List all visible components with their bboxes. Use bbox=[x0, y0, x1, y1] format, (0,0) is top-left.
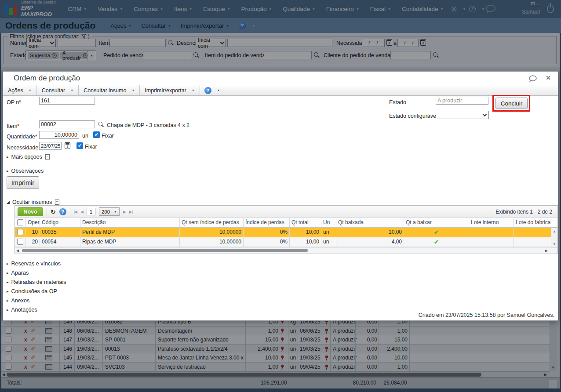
grid-vertical-scrollbar[interactable] bbox=[551, 228, 557, 247]
col-lote-interno[interactable]: Lote interno bbox=[469, 218, 514, 227]
next-page-icon[interactable]: ▶ bbox=[123, 210, 126, 214]
necessidade-label: Necessidade* bbox=[7, 145, 40, 151]
close-icon[interactable]: ✕ bbox=[546, 74, 551, 81]
section-conclusoes[interactable]: Conclusões da OP bbox=[7, 288, 66, 294]
chevron-down-icon bbox=[192, 89, 195, 92]
dialog-menu-acoes[interactable]: Ações bbox=[3, 85, 37, 95]
help-icon[interactable]: ? bbox=[59, 208, 66, 215]
col-un[interactable]: Un bbox=[321, 218, 336, 227]
collapsed-arrow-icon bbox=[7, 280, 9, 284]
cell-lote-interno bbox=[469, 228, 514, 237]
quantidade-input[interactable] bbox=[39, 131, 79, 139]
estado-configuravel-label: Estado configurável bbox=[389, 113, 437, 119]
grid-horizontal-scrollbar[interactable] bbox=[15, 247, 557, 254]
section-retiradas[interactable]: Retiradas de materiais bbox=[7, 279, 66, 285]
first-page-icon[interactable]: |◀ bbox=[74, 210, 77, 214]
cell-qt-baixada: 10,00 bbox=[336, 228, 404, 237]
estado-configuravel-select[interactable] bbox=[436, 111, 489, 119]
collapsed-arrow-icon bbox=[7, 308, 9, 312]
chevron-down-icon bbox=[483, 112, 487, 116]
collapsed-arrow-icon bbox=[7, 271, 9, 275]
insumos-grid: Novo ? |◀ ◀ 200 ▶ ▶| Exibindo itens 1 - … bbox=[15, 205, 558, 254]
cell-oper: 10 bbox=[26, 228, 40, 237]
refresh-icon[interactable] bbox=[51, 208, 56, 215]
item-code-input[interactable] bbox=[39, 120, 95, 128]
section-anexos[interactable]: Anexos bbox=[7, 298, 66, 304]
col-qt-sem-indice[interactable]: Qt sem índice de perdas bbox=[179, 218, 243, 227]
cell-un: un bbox=[321, 228, 336, 237]
prev-page-icon[interactable]: ◀ bbox=[80, 210, 83, 214]
observacoes-toggle[interactable]: Observações bbox=[7, 168, 44, 174]
insumos-header-row: Oper Código Descrição Qt sem índice de p… bbox=[15, 218, 557, 228]
scroll-up-icon bbox=[553, 229, 556, 233]
mais-opcoes-toggle[interactable]: Mais opções bbox=[7, 154, 50, 160]
dialog-menu-imprimir[interactable]: Imprimir/exportar bbox=[140, 85, 200, 95]
check-icon: ✔ bbox=[404, 237, 469, 247]
imprimir-button[interactable]: Imprimir bbox=[7, 176, 39, 189]
fixar-necessidade-checkbox[interactable] bbox=[76, 142, 83, 149]
row-checkbox[interactable] bbox=[17, 229, 23, 235]
fixar-quantidade-checkbox[interactable] bbox=[93, 131, 100, 138]
cell-codigo: 00035 bbox=[40, 228, 80, 237]
collapsed-arrow-icon bbox=[7, 169, 9, 173]
calendar-icon[interactable] bbox=[65, 142, 70, 149]
cell-qt-total: 10,00 bbox=[289, 237, 321, 247]
item-label: Item* bbox=[7, 123, 19, 129]
col-qt-a-baixar[interactable]: Qt a baixar bbox=[404, 218, 469, 227]
col-qt-baixada[interactable]: Qt baixada bbox=[336, 218, 404, 227]
chevron-down-icon bbox=[131, 89, 135, 92]
select-all-checkbox[interactable] bbox=[17, 219, 23, 225]
dialog-title: Ordem de produção bbox=[14, 74, 80, 83]
estado-label: Estado bbox=[389, 99, 406, 105]
novo-button[interactable]: Novo bbox=[18, 207, 43, 216]
item-description: Chapa de MDP - 3 camadas 4 x 2 bbox=[107, 122, 189, 128]
cell-qt-total: 10,00 bbox=[289, 228, 321, 237]
cell-qt-baixada: 4,00 bbox=[336, 237, 404, 247]
ordem-producao-dialog: Ordem de produção ✕ Ações Consultar Cons… bbox=[3, 71, 558, 321]
chevron-down-icon[interactable] bbox=[217, 89, 220, 92]
document-icon[interactable] bbox=[45, 154, 50, 160]
insumo-row[interactable]: 20 00054 Ripas de MDP 10,00000 0% 10,00 … bbox=[15, 237, 557, 247]
collapsed-sections: Reservas e vínculos Aparas Retiradas de … bbox=[7, 261, 66, 313]
col-descricao[interactable]: Descrição bbox=[80, 218, 179, 227]
fixar-label: Fixar bbox=[102, 133, 114, 139]
quantidade-unit: un bbox=[82, 133, 88, 139]
cell-lote-fabricante bbox=[514, 228, 551, 237]
dialog-menu-consultar-insumo[interactable]: Consultar insumo bbox=[79, 85, 140, 95]
chevron-down-icon bbox=[70, 89, 73, 92]
chat-bubble-icon[interactable] bbox=[528, 75, 538, 83]
dialog-menu-consultar[interactable]: Consultar bbox=[37, 85, 79, 95]
necessidade-input[interactable] bbox=[39, 142, 62, 150]
section-anotacoes[interactable]: Anotações bbox=[7, 307, 66, 313]
cell-un: un bbox=[321, 237, 336, 247]
section-aparas[interactable]: Aparas bbox=[7, 270, 66, 276]
cell-qt-sem-indice: 10,00000 bbox=[179, 237, 243, 247]
chevron-down-icon bbox=[29, 89, 32, 92]
collapsed-arrow-icon bbox=[7, 298, 9, 303]
cell-descricao: Perfil de MDP bbox=[80, 228, 179, 237]
page-number-input[interactable] bbox=[87, 208, 95, 215]
concluir-button[interactable]: Concluir bbox=[495, 98, 528, 109]
ocultar-insumos-toggle[interactable]: Ocultar insumos bbox=[7, 199, 59, 205]
help-icon[interactable]: ? bbox=[204, 87, 211, 94]
insumo-row[interactable]: 10 00035 Perfil de MDP 10,00000 0% 10,00… bbox=[15, 228, 557, 237]
cell-codigo: 00054 bbox=[40, 237, 80, 247]
collapsed-arrow-icon bbox=[7, 289, 9, 294]
col-oper[interactable]: Oper bbox=[26, 218, 40, 227]
col-lote-fabricante[interactable]: Lote do fabrica bbox=[514, 218, 551, 227]
col-codigo[interactable]: Código bbox=[40, 218, 80, 227]
col-qt-total[interactable]: Qt total bbox=[289, 218, 321, 227]
cell-oper: 20 bbox=[26, 237, 40, 247]
scrollbar-thumb[interactable] bbox=[22, 249, 308, 252]
document-icon[interactable] bbox=[55, 200, 59, 205]
cell-lote-interno bbox=[469, 237, 514, 247]
search-icon[interactable] bbox=[98, 122, 104, 127]
page-size-select[interactable]: 200 bbox=[99, 207, 120, 216]
last-page-icon[interactable]: ▶| bbox=[129, 210, 132, 214]
section-reservas[interactable]: Reservas e vínculos bbox=[7, 261, 66, 267]
items-count-label: Exibindo itens 1 - 2 de 2 bbox=[495, 209, 555, 215]
op-number-input[interactable] bbox=[39, 97, 95, 105]
col-indice-perdas[interactable]: Índice de perdas bbox=[243, 218, 289, 227]
estado-input bbox=[436, 97, 488, 105]
row-checkbox[interactable] bbox=[17, 239, 23, 245]
